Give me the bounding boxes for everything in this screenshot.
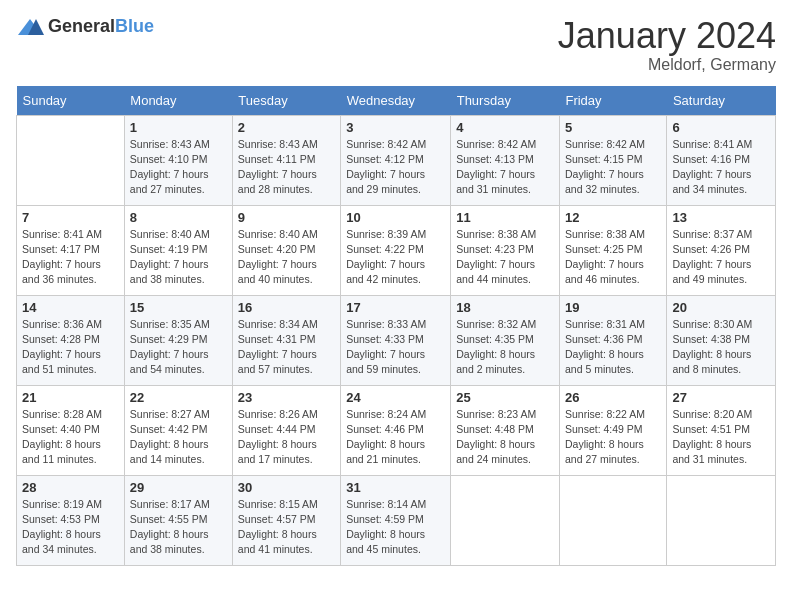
day-cell: 15Sunrise: 8:35 AMSunset: 4:29 PMDayligh… bbox=[124, 295, 232, 385]
day-info: Sunrise: 8:42 AMSunset: 4:15 PMDaylight:… bbox=[565, 138, 645, 196]
day-cell: 16Sunrise: 8:34 AMSunset: 4:31 PMDayligh… bbox=[232, 295, 340, 385]
day-number: 6 bbox=[672, 120, 770, 135]
day-cell: 29Sunrise: 8:17 AMSunset: 4:55 PMDayligh… bbox=[124, 475, 232, 565]
day-number: 9 bbox=[238, 210, 335, 225]
day-info: Sunrise: 8:35 AMSunset: 4:29 PMDaylight:… bbox=[130, 318, 210, 376]
day-number: 31 bbox=[346, 480, 445, 495]
day-number: 19 bbox=[565, 300, 661, 315]
day-number: 24 bbox=[346, 390, 445, 405]
day-number: 2 bbox=[238, 120, 335, 135]
day-number: 25 bbox=[456, 390, 554, 405]
day-info: Sunrise: 8:22 AMSunset: 4:49 PMDaylight:… bbox=[565, 408, 645, 466]
day-number: 14 bbox=[22, 300, 119, 315]
day-number: 26 bbox=[565, 390, 661, 405]
logo: GeneralBlue bbox=[16, 16, 154, 37]
day-cell: 7Sunrise: 8:41 AMSunset: 4:17 PMDaylight… bbox=[17, 205, 125, 295]
day-info: Sunrise: 8:42 AMSunset: 4:12 PMDaylight:… bbox=[346, 138, 426, 196]
day-cell bbox=[17, 115, 125, 205]
day-number: 12 bbox=[565, 210, 661, 225]
week-row-1: 1Sunrise: 8:43 AMSunset: 4:10 PMDaylight… bbox=[17, 115, 776, 205]
header: GeneralBlue January 2024 Meldorf, German… bbox=[16, 16, 776, 74]
day-number: 13 bbox=[672, 210, 770, 225]
day-cell: 30Sunrise: 8:15 AMSunset: 4:57 PMDayligh… bbox=[232, 475, 340, 565]
day-cell: 31Sunrise: 8:14 AMSunset: 4:59 PMDayligh… bbox=[341, 475, 451, 565]
day-info: Sunrise: 8:17 AMSunset: 4:55 PMDaylight:… bbox=[130, 498, 210, 556]
location-title: Meldorf, Germany bbox=[558, 56, 776, 74]
day-info: Sunrise: 8:30 AMSunset: 4:38 PMDaylight:… bbox=[672, 318, 752, 376]
logo-icon bbox=[16, 17, 44, 37]
day-cell: 23Sunrise: 8:26 AMSunset: 4:44 PMDayligh… bbox=[232, 385, 340, 475]
day-cell: 2Sunrise: 8:43 AMSunset: 4:11 PMDaylight… bbox=[232, 115, 340, 205]
day-cell: 10Sunrise: 8:39 AMSunset: 4:22 PMDayligh… bbox=[341, 205, 451, 295]
day-number: 21 bbox=[22, 390, 119, 405]
week-row-4: 21Sunrise: 8:28 AMSunset: 4:40 PMDayligh… bbox=[17, 385, 776, 475]
week-row-3: 14Sunrise: 8:36 AMSunset: 4:28 PMDayligh… bbox=[17, 295, 776, 385]
day-cell: 1Sunrise: 8:43 AMSunset: 4:10 PMDaylight… bbox=[124, 115, 232, 205]
col-sunday: Sunday bbox=[17, 86, 125, 116]
day-info: Sunrise: 8:41 AMSunset: 4:17 PMDaylight:… bbox=[22, 228, 102, 286]
day-number: 11 bbox=[456, 210, 554, 225]
calendar-table: Sunday Monday Tuesday Wednesday Thursday… bbox=[16, 86, 776, 566]
day-cell: 24Sunrise: 8:24 AMSunset: 4:46 PMDayligh… bbox=[341, 385, 451, 475]
day-cell: 9Sunrise: 8:40 AMSunset: 4:20 PMDaylight… bbox=[232, 205, 340, 295]
day-info: Sunrise: 8:14 AMSunset: 4:59 PMDaylight:… bbox=[346, 498, 426, 556]
day-cell: 13Sunrise: 8:37 AMSunset: 4:26 PMDayligh… bbox=[667, 205, 776, 295]
day-number: 10 bbox=[346, 210, 445, 225]
day-number: 5 bbox=[565, 120, 661, 135]
day-info: Sunrise: 8:38 AMSunset: 4:23 PMDaylight:… bbox=[456, 228, 536, 286]
day-cell: 8Sunrise: 8:40 AMSunset: 4:19 PMDaylight… bbox=[124, 205, 232, 295]
day-number: 20 bbox=[672, 300, 770, 315]
day-cell: 26Sunrise: 8:22 AMSunset: 4:49 PMDayligh… bbox=[559, 385, 666, 475]
day-cell: 28Sunrise: 8:19 AMSunset: 4:53 PMDayligh… bbox=[17, 475, 125, 565]
day-number: 30 bbox=[238, 480, 335, 495]
logo-blue: Blue bbox=[115, 16, 154, 36]
day-info: Sunrise: 8:37 AMSunset: 4:26 PMDaylight:… bbox=[672, 228, 752, 286]
day-info: Sunrise: 8:15 AMSunset: 4:57 PMDaylight:… bbox=[238, 498, 318, 556]
day-cell: 21Sunrise: 8:28 AMSunset: 4:40 PMDayligh… bbox=[17, 385, 125, 475]
day-cell: 5Sunrise: 8:42 AMSunset: 4:15 PMDaylight… bbox=[559, 115, 666, 205]
day-cell: 4Sunrise: 8:42 AMSunset: 4:13 PMDaylight… bbox=[451, 115, 560, 205]
day-cell: 20Sunrise: 8:30 AMSunset: 4:38 PMDayligh… bbox=[667, 295, 776, 385]
day-cell: 6Sunrise: 8:41 AMSunset: 4:16 PMDaylight… bbox=[667, 115, 776, 205]
day-number: 28 bbox=[22, 480, 119, 495]
col-saturday: Saturday bbox=[667, 86, 776, 116]
day-info: Sunrise: 8:40 AMSunset: 4:19 PMDaylight:… bbox=[130, 228, 210, 286]
day-number: 17 bbox=[346, 300, 445, 315]
col-thursday: Thursday bbox=[451, 86, 560, 116]
day-info: Sunrise: 8:33 AMSunset: 4:33 PMDaylight:… bbox=[346, 318, 426, 376]
day-info: Sunrise: 8:23 AMSunset: 4:48 PMDaylight:… bbox=[456, 408, 536, 466]
logo-text: GeneralBlue bbox=[48, 16, 154, 37]
day-number: 7 bbox=[22, 210, 119, 225]
day-number: 1 bbox=[130, 120, 227, 135]
day-cell: 11Sunrise: 8:38 AMSunset: 4:23 PMDayligh… bbox=[451, 205, 560, 295]
day-cell bbox=[667, 475, 776, 565]
col-wednesday: Wednesday bbox=[341, 86, 451, 116]
day-number: 15 bbox=[130, 300, 227, 315]
day-cell bbox=[559, 475, 666, 565]
day-cell: 14Sunrise: 8:36 AMSunset: 4:28 PMDayligh… bbox=[17, 295, 125, 385]
day-info: Sunrise: 8:28 AMSunset: 4:40 PMDaylight:… bbox=[22, 408, 102, 466]
day-cell: 17Sunrise: 8:33 AMSunset: 4:33 PMDayligh… bbox=[341, 295, 451, 385]
day-info: Sunrise: 8:43 AMSunset: 4:10 PMDaylight:… bbox=[130, 138, 210, 196]
day-info: Sunrise: 8:24 AMSunset: 4:46 PMDaylight:… bbox=[346, 408, 426, 466]
day-number: 23 bbox=[238, 390, 335, 405]
day-info: Sunrise: 8:34 AMSunset: 4:31 PMDaylight:… bbox=[238, 318, 318, 376]
day-info: Sunrise: 8:41 AMSunset: 4:16 PMDaylight:… bbox=[672, 138, 752, 196]
header-row: Sunday Monday Tuesday Wednesday Thursday… bbox=[17, 86, 776, 116]
day-number: 3 bbox=[346, 120, 445, 135]
day-cell: 3Sunrise: 8:42 AMSunset: 4:12 PMDaylight… bbox=[341, 115, 451, 205]
day-info: Sunrise: 8:27 AMSunset: 4:42 PMDaylight:… bbox=[130, 408, 210, 466]
col-tuesday: Tuesday bbox=[232, 86, 340, 116]
day-info: Sunrise: 8:26 AMSunset: 4:44 PMDaylight:… bbox=[238, 408, 318, 466]
day-cell: 19Sunrise: 8:31 AMSunset: 4:36 PMDayligh… bbox=[559, 295, 666, 385]
day-info: Sunrise: 8:19 AMSunset: 4:53 PMDaylight:… bbox=[22, 498, 102, 556]
day-info: Sunrise: 8:32 AMSunset: 4:35 PMDaylight:… bbox=[456, 318, 536, 376]
day-cell: 22Sunrise: 8:27 AMSunset: 4:42 PMDayligh… bbox=[124, 385, 232, 475]
day-info: Sunrise: 8:20 AMSunset: 4:51 PMDaylight:… bbox=[672, 408, 752, 466]
day-info: Sunrise: 8:38 AMSunset: 4:25 PMDaylight:… bbox=[565, 228, 645, 286]
week-row-5: 28Sunrise: 8:19 AMSunset: 4:53 PMDayligh… bbox=[17, 475, 776, 565]
day-cell bbox=[451, 475, 560, 565]
day-info: Sunrise: 8:42 AMSunset: 4:13 PMDaylight:… bbox=[456, 138, 536, 196]
col-friday: Friday bbox=[559, 86, 666, 116]
col-monday: Monday bbox=[124, 86, 232, 116]
